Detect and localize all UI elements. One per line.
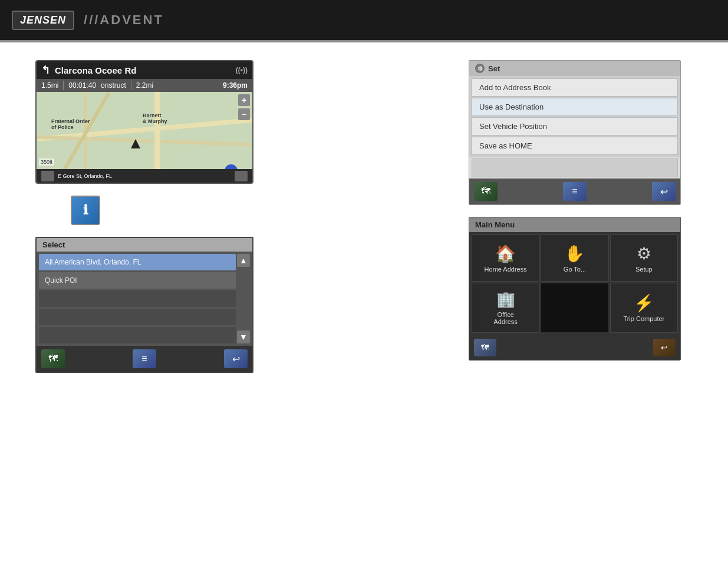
set-header: ⚙ Set — [469, 61, 680, 76]
time-remaining: 00:01:40 — [68, 81, 96, 90]
turn-arrow-icon: ↰ — [41, 64, 50, 77]
select-list: All American Blvd, Orlando, FL Quick POI… — [37, 252, 252, 346]
set-panel: ⚙ Set Add to Address Book Use as Destina… — [469, 60, 681, 205]
info-icon[interactable] — [71, 196, 100, 225]
distance-total: 2.2mi — [136, 81, 153, 90]
jensen-logo-text: JENSEN — [12, 11, 74, 30]
set-back-button[interactable]: ↩ — [652, 182, 676, 201]
goto-label: Go To... — [564, 266, 586, 273]
trip-computer-icon: ⚡ — [634, 293, 654, 313]
main-menu-back-button[interactable]: ↩ — [653, 339, 676, 356]
nav-map-body: Fraternal Orderof Police Barnett& Murphy… — [37, 92, 252, 183]
set-footer: 🗺 ≡ ↩ — [469, 178, 680, 204]
menu-item-goto[interactable]: ✋ Go To... — [541, 234, 608, 282]
list-item[interactable]: All American Blvd, Orlando, FL — [39, 254, 236, 270]
list-item — [39, 309, 236, 325]
nav-street-name: Clarcona Ocoee Rd — [55, 65, 231, 75]
distance-to-turn: 1.5mi — [41, 81, 58, 90]
select-panel: Select All American Blvd, Orlando, FL Qu… — [35, 237, 253, 373]
main-menu-panel: Main Menu 🏠 Home Address ✋ Go To... ⚙ Se… — [469, 217, 681, 361]
main-menu-map-button[interactable]: 🗺 — [474, 339, 496, 356]
info-icon-container — [71, 196, 259, 225]
select-back-button[interactable]: ↩ — [224, 349, 248, 368]
zoom-in-button[interactable]: + — [238, 94, 250, 106]
gps-position-arrow — [131, 139, 140, 148]
content-area: ↰ Clarcona Ocoee Rd ((•)) 1.5mi 00:01:40… — [0, 42, 728, 391]
construct-label: onstruct — [101, 81, 126, 90]
map-bottom-nav-icon[interactable] — [41, 171, 54, 181]
trip-computer-label: Trip Computer — [623, 315, 664, 322]
bottom-street-label: E Gore St, Orlando, FL — [58, 173, 112, 179]
road-horizontal-2 — [37, 135, 252, 147]
scroll-column: ▲ ▼ — [237, 254, 250, 343]
scroll-down-button[interactable]: ▼ — [237, 330, 250, 343]
menu-item-office-address[interactable]: 🏢 OfficeAddress — [472, 283, 539, 333]
map-sound-icon[interactable] — [235, 171, 248, 181]
goto-icon: ✋ — [564, 244, 585, 263]
menu-item-home-address[interactable]: 🏠 Home Address — [472, 234, 539, 282]
nav-time: 9:36pm — [223, 81, 248, 90]
map-label-fraternal: Fraternal Orderof Police — [51, 118, 90, 130]
home-address-icon: 🏠 — [495, 244, 516, 263]
advent-logo-text: ///ADVENT — [84, 12, 164, 28]
set-header-label: Set — [488, 64, 500, 73]
map-scale: 350ft — [39, 158, 54, 166]
scroll-track — [237, 268, 250, 329]
home-address-label: Home Address — [485, 266, 527, 273]
office-address-icon: 🏢 — [496, 290, 515, 309]
scroll-up-button[interactable]: ▲ — [237, 254, 250, 267]
main-menu-header: Main Menu — [469, 217, 680, 232]
list-item — [39, 290, 236, 307]
select-header: Select — [37, 238, 252, 252]
list-item — [39, 327, 236, 343]
select-scroll-area: All American Blvd, Orlando, FL Quick POI… — [39, 254, 250, 343]
header-logo: JENSEN ///ADVENT — [12, 11, 164, 30]
nav-map[interactable]: ↰ Clarcona Ocoee Rd ((•)) 1.5mi 00:01:40… — [35, 60, 253, 184]
set-item-vehicle-position[interactable]: Set Vehicle Position — [472, 117, 678, 135]
menu-item-setup[interactable]: ⚙ Setup — [610, 234, 678, 282]
left-column: ↰ Clarcona Ocoee Rd ((•)) 1.5mi 00:01:40… — [35, 60, 259, 373]
office-address-label: OfficeAddress — [493, 311, 517, 325]
list-item[interactable]: Quick POI — [39, 272, 236, 289]
set-item-use-destination[interactable]: Use as Destination — [472, 98, 678, 116]
main-menu-footer: 🗺 ↩ — [469, 335, 680, 360]
nav-map-stats: 1.5mi 00:01:40 onstruct 2.2mi 9:36pm — [37, 79, 252, 92]
menu-item-trip-computer[interactable]: ⚡ Trip Computer — [610, 283, 678, 333]
select-list-button[interactable]: ≡ — [133, 349, 156, 368]
set-empty-area — [472, 158, 678, 177]
set-map-button[interactable]: 🗺 — [474, 182, 498, 201]
stat-divider — [63, 81, 64, 90]
speaker-icon: ((•)) — [236, 66, 248, 74]
main-menu-grid: 🏠 Home Address ✋ Go To... ⚙ Setup 🏢 Offi… — [469, 232, 680, 335]
set-item-save-home[interactable]: Save as HOME — [472, 137, 678, 155]
set-item-add-address[interactable]: Add to Address Book — [472, 78, 678, 97]
select-map-button[interactable]: 🗺 — [41, 349, 65, 368]
set-header-icon: ⚙ — [475, 64, 485, 73]
map-label-barnett: Barnett& Murphy — [143, 113, 167, 124]
select-footer: 🗺 ≡ ↩ — [37, 346, 252, 372]
header-bar: JENSEN ///ADVENT — [0, 0, 728, 40]
menu-item-empty — [541, 283, 608, 333]
set-list-button[interactable]: ≡ — [563, 182, 587, 201]
map-bottom-bar: E Gore St, Orlando, FL — [37, 169, 252, 183]
set-list: Add to Address Book Use as Destination S… — [469, 76, 680, 157]
select-items-column: All American Blvd, Orlando, FL Quick POI — [39, 254, 236, 343]
nav-map-header: ↰ Clarcona Ocoee Rd ((•)) — [37, 61, 252, 79]
zoom-out-button[interactable]: − — [238, 108, 250, 120]
setup-icon: ⚙ — [637, 244, 651, 263]
setup-label: Setup — [635, 266, 653, 273]
right-column: ⚙ Set Add to Address Book Use as Destina… — [469, 60, 693, 373]
stat-divider2 — [131, 81, 131, 90]
